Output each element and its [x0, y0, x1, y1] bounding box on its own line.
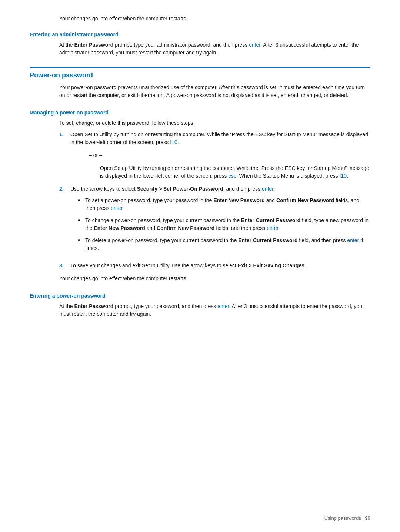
confirm-new-pw-bold-2: Confirm New Password: [157, 225, 214, 231]
enter-password-bold-2: Enter Password: [74, 303, 113, 309]
entering-admin-paragraph: At the Enter Password prompt, type your …: [59, 41, 370, 57]
enter-new-pw-bold-1: Enter New Password: [213, 197, 265, 203]
bullet-dot-2: •: [78, 217, 85, 232]
bullet-2: • To change a power-on password, type yo…: [78, 217, 370, 232]
intro-line: Your changes go into effect when the com…: [30, 15, 370, 23]
section-entering-power-on: Entering a power-on password At the Ente…: [30, 293, 370, 318]
footer-text: Using passwords: [324, 515, 361, 521]
section-heading-power-on: Power-on password: [30, 67, 370, 79]
enter-link-6: enter: [217, 303, 229, 309]
managing-footer-note: Your changes go into effect when the com…: [30, 275, 370, 282]
f10-link-1: f10: [170, 139, 177, 145]
step-1: 1. Open Setup Utility by turning on or r…: [59, 131, 370, 146]
step-2-content: Use the arrow keys to select Security > …: [70, 185, 370, 257]
section-managing-power-on: Managing a power-on password To set, cha…: [30, 110, 370, 282]
step-2-number: 2.: [59, 185, 70, 257]
security-bold: Security > Set Power-On Password: [137, 186, 223, 192]
bullet-2-text: To change a power-on password, type your…: [85, 217, 370, 232]
step-3: 3. To save your changes and exit Setup U…: [59, 262, 370, 270]
bullet-3-text: To delete a power-on password, type your…: [85, 237, 370, 252]
enter-password-bold: Enter Password: [74, 42, 113, 48]
entering-admin-content: At the Enter Password prompt, type your …: [30, 41, 370, 57]
step-3-number: 3.: [59, 262, 70, 270]
step-1-or-block: Open Setup Utility by turning on or rest…: [59, 164, 370, 180]
entering-power-on-content: At the Enter Password prompt, type your …: [30, 302, 370, 318]
section-entering-admin-password: Entering an administrator password At th…: [30, 31, 370, 57]
enter-current-pw-bold-2: Enter Current Password: [238, 237, 297, 243]
power-on-paragraph: Your power-on password prevents unauthor…: [59, 84, 370, 99]
section-power-on-password: Power-on password Your power-on password…: [30, 67, 370, 99]
power-on-content: Your power-on password prevents unauthor…: [30, 84, 370, 99]
bullet-list: • To set a power-on password, type your …: [70, 197, 370, 252]
enter-link-4: enter: [267, 225, 278, 231]
bullet-1-text: To set a power-on password, type your pa…: [85, 197, 370, 212]
entering-power-on-paragraph: At the Enter Password prompt, type your …: [59, 302, 370, 318]
page-container: Your changes go into effect when the com…: [0, 0, 400, 358]
step-2-text: Use the arrow keys to select Security > …: [70, 185, 370, 193]
steps-list: 1. Open Setup Utility by turning on or r…: [30, 131, 370, 270]
intro-text: Your changes go into effect when the com…: [59, 16, 187, 21]
section-heading-managing: Managing a power-on password: [30, 110, 370, 116]
enter-link-1: enter: [249, 42, 260, 48]
bullet-3: • To delete a power-on password, type yo…: [78, 237, 370, 252]
step-1-number: 1.: [59, 131, 70, 146]
confirm-new-pw-bold-1: Confirm New Password: [276, 197, 334, 203]
section-heading-entering-admin: Entering an administrator password: [30, 31, 370, 37]
enter-link-2: enter: [262, 186, 273, 192]
enter-link-3: enter: [111, 205, 122, 211]
enter-current-pw-bold-1: Enter Current Password: [241, 217, 300, 223]
managing-intro-text: To set, change, or delete this password,…: [59, 119, 370, 127]
section-heading-entering-power-on: Entering a power-on password: [30, 293, 370, 299]
bullet-1: • To set a power-on password, type your …: [78, 197, 370, 212]
esc-link: esc: [228, 173, 236, 179]
exit-bold: Exit > Exit Saving Changes: [238, 262, 304, 268]
step-1-content: Open Setup Utility by turning on or rest…: [70, 131, 370, 146]
step-3-content: To save your changes and exit Setup Util…: [70, 262, 370, 270]
step-1-or-text: Open Setup Utility by turning on or rest…: [100, 164, 370, 180]
enter-new-pw-bold-2: Enter New Password: [94, 225, 145, 231]
bullet-dot-1: •: [78, 197, 85, 212]
step-3-text: To save your changes and exit Setup Util…: [70, 262, 370, 270]
step-2: 2. Use the arrow keys to select Security…: [59, 185, 370, 257]
f10-link-2: f10: [340, 173, 347, 179]
enter-link-5: enter: [347, 237, 359, 243]
managing-intro: To set, change, or delete this password,…: [30, 119, 370, 127]
managing-footer-text: Your changes go into effect when the com…: [59, 275, 370, 282]
step-1-text: Open Setup Utility by turning on or rest…: [70, 131, 370, 146]
bullet-dot-3: •: [78, 237, 85, 252]
or-text: – or –: [89, 151, 370, 159]
page-number: 99: [365, 515, 370, 521]
or-separator: – or –: [59, 151, 370, 159]
page-footer: Using passwords 99: [324, 515, 370, 521]
